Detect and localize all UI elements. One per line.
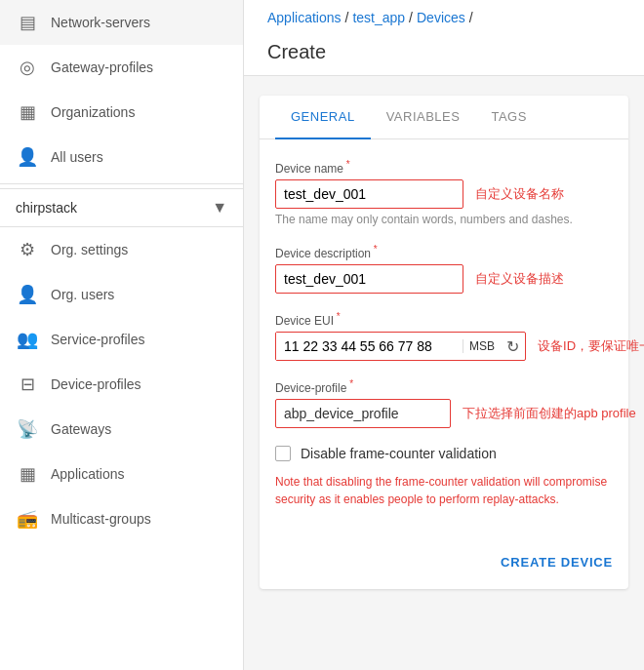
sidebar-item-label: Gateways <box>51 421 111 437</box>
device-name-input[interactable] <box>275 179 463 209</box>
create-device-card: GENERAL VARIABLES TAGS Device name * 自定义… <box>260 96 628 589</box>
device-description-label: Device description * <box>275 244 613 260</box>
device-name-hint: The name may only contain words, numbers… <box>275 213 613 226</box>
sidebar-item-label: Gateway-profiles <box>51 59 153 75</box>
device-name-annotation: 自定义设备名称 <box>475 185 564 203</box>
sidebar-item-device-profiles[interactable]: ⊟ Device-profiles <box>0 362 243 407</box>
org-name: chirpstack <box>16 200 77 216</box>
all-users-icon: 👤 <box>16 146 39 168</box>
device-profile-label: Device-profile * <box>275 378 613 395</box>
msb-label: MSB <box>463 339 501 353</box>
chevron-down-icon: ▼ <box>212 199 227 217</box>
sidebar-item-label: Applications <box>51 466 125 482</box>
disable-frame-counter-checkbox[interactable] <box>275 446 291 461</box>
device-description-row: 自定义设备描述 <box>275 264 613 294</box>
device-description-input[interactable] <box>275 264 463 294</box>
device-profiles-icon: ⊟ <box>16 374 39 395</box>
sidebar-item-gateways[interactable]: 📡 Gateways <box>0 407 243 452</box>
sidebar-item-gateway-profiles[interactable]: ◎ Gateway-profiles <box>0 45 243 90</box>
breadcrumb-test-app[interactable]: test_app <box>352 10 405 25</box>
device-eui-label: Device EUI * <box>275 311 613 328</box>
breadcrumb: Applications / test_app / Devices / <box>267 10 621 33</box>
sidebar-item-service-profiles[interactable]: 👥 Service-profiles <box>0 317 243 362</box>
main-content: Applications / test_app / Devices / Crea… <box>244 0 644 670</box>
sidebar-item-label: Org. users <box>51 287 114 302</box>
sidebar-item-organizations[interactable]: ▦ Organizations <box>0 90 243 135</box>
sidebar: ▤ Network-servers ◎ Gateway-profiles ▦ O… <box>0 0 244 670</box>
sidebar-item-network-servers[interactable]: ▤ Network-servers <box>0 0 243 45</box>
sidebar-item-label: Network-servers <box>51 15 150 30</box>
sidebar-item-label: Org. settings <box>51 242 128 257</box>
gateway-profiles-icon: ◎ <box>16 57 39 78</box>
sidebar-item-all-users[interactable]: 👤 All users <box>0 135 243 179</box>
service-profiles-icon: 👥 <box>16 329 39 350</box>
gateways-icon: 📡 <box>16 418 39 440</box>
device-eui-input[interactable] <box>276 333 463 360</box>
breadcrumb-bar: Applications / test_app / Devices / Crea… <box>244 0 644 76</box>
sidebar-item-label: All users <box>51 149 103 165</box>
tab-general[interactable]: GENERAL <box>275 96 371 139</box>
device-eui-group: MSB ↻ 设备ID，要保证唯一性 <box>275 332 613 361</box>
sidebar-item-applications[interactable]: ▦ Applications <box>0 452 243 496</box>
tab-tags[interactable]: TAGS <box>475 96 542 139</box>
sidebar-item-label: Organizations <box>51 104 135 120</box>
card-footer: CREATE DEVICE <box>260 539 628 589</box>
sidebar-item-label: Multicast-groups <box>51 511 151 527</box>
device-name-label: Device name * <box>275 159 613 176</box>
sidebar-item-org-users[interactable]: 👤 Org. users <box>0 272 243 317</box>
form-group-device-name: Device name * 自定义设备名称 The name may only … <box>275 159 613 226</box>
breadcrumb-sep-3: / <box>469 10 473 25</box>
sidebar-item-multicast-groups[interactable]: 📻 Multicast-groups <box>0 496 243 541</box>
device-profile-annotation: 下拉选择前面创建的apb profile <box>463 405 636 422</box>
sidebar-item-label: Device-profiles <box>51 376 141 392</box>
network-servers-icon: ▤ <box>16 12 39 33</box>
sidebar-item-label: Service-profiles <box>51 332 144 347</box>
breadcrumb-devices[interactable]: Devices <box>417 10 465 25</box>
sidebar-item-org-settings[interactable]: ⚙ Org. settings <box>0 227 243 272</box>
refresh-eui-button[interactable]: ↻ <box>501 334 525 360</box>
create-device-button[interactable]: CREATE DEVICE <box>501 547 613 577</box>
organizations-icon: ▦ <box>16 101 39 123</box>
device-profile-group: abp_device_profile 下拉选择前面创建的apb profile <box>275 399 613 428</box>
device-profile-value: abp_device_profile <box>284 406 442 421</box>
device-eui-annotation: 设备ID，要保证唯一性 <box>538 337 644 355</box>
org-users-icon: 👤 <box>16 284 39 305</box>
device-name-row: 自定义设备名称 <box>275 179 613 209</box>
device-description-annotation: 自定义设备描述 <box>475 270 564 288</box>
applications-icon: ▦ <box>16 463 39 485</box>
form-general: Device name * 自定义设备名称 The name may only … <box>260 139 628 539</box>
form-group-device-eui: Device EUI * MSB ↻ 设备ID，要保证唯一性 <box>275 311 613 361</box>
page-title: Create <box>267 33 621 75</box>
org-selector[interactable]: chirpstack ▼ <box>0 188 243 227</box>
tabs: GENERAL VARIABLES TAGS <box>260 96 628 139</box>
breadcrumb-sep-2: / <box>409 10 413 25</box>
disable-frame-counter-row: Disable frame-counter validation <box>275 446 613 461</box>
form-group-device-description: Device description * 自定义设备描述 <box>275 244 613 294</box>
disable-frame-counter-label: Disable frame-counter validation <box>301 446 497 461</box>
form-group-device-profile: Device-profile * abp_device_profile 下拉选择… <box>275 378 613 428</box>
settings-icon: ⚙ <box>16 239 39 260</box>
breadcrumb-applications[interactable]: Applications <box>267 10 342 25</box>
frame-counter-note: Note that disabling the frame-counter va… <box>275 473 613 508</box>
tab-variables[interactable]: VARIABLES <box>371 96 476 139</box>
eui-wrapper: MSB ↻ <box>275 332 526 361</box>
multicast-groups-icon: 📻 <box>16 508 39 530</box>
breadcrumb-sep-1: / <box>345 10 349 25</box>
device-profile-select[interactable]: abp_device_profile <box>275 399 451 428</box>
